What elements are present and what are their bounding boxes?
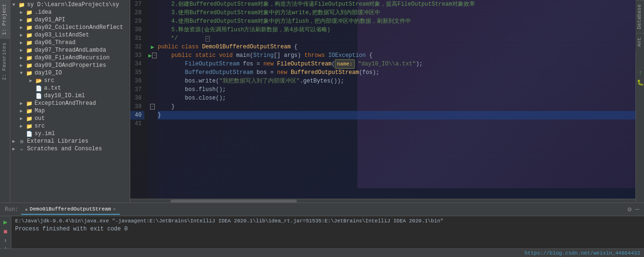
line-num-39: 39 — [130, 102, 144, 111]
run-exit-text: Process finished with exit code 0 — [15, 226, 640, 232]
tree-item-exception[interactable]: ▶ 📁 ExceptionAndThread — [10, 100, 130, 107]
code-line-39[interactable]: } — [158, 102, 635, 111]
tree-arrow-map: ▶ — [20, 108, 26, 114]
folder-icon-out: 📁 — [26, 116, 33, 121]
gutter-33[interactable]: ▶ − — [147, 51, 158, 60]
right-bug-icon[interactable]: 🐛 — [637, 79, 644, 86]
code-line-29[interactable]: 4.使用BufferedOutputStream对象中的方法flush，把内部缓… — [158, 17, 635, 26]
tree-arrow-day01: ▶ — [20, 17, 26, 23]
tree-item-day08[interactable]: ▶ 📁 day08_FileAndRecursion — [10, 54, 130, 62]
code-line-28[interactable]: 3.使用BufferedOutputStream对象中的方法write,把数据写… — [158, 9, 635, 17]
sidebar-tab-favorites[interactable]: 2: Favorites — [0, 39, 10, 84]
right-panel-filler: ↑ 🐛 — [635, 51, 644, 202]
sidebar-tab-project[interactable]: 1: Project — [0, 0, 10, 39]
folder-icon-day10: 📁 — [26, 70, 33, 76]
code-line-41[interactable] — [158, 119, 635, 128]
settings-icon[interactable]: ⚙ — [626, 204, 632, 214]
tree-label-day02: day02_CollectionAndReflect — [35, 24, 123, 31]
code-line-30[interactable]: 5.释放资源(会先调用flush方法刷新数据，第4步就可以省略) — [158, 26, 635, 34]
right-tab-ant[interactable]: Ant — [635, 33, 644, 51]
param-hint-34: name: — [335, 59, 354, 69]
kw-static-33: static — [195, 51, 219, 60]
run-play-btn[interactable]: ▶ — [1, 218, 10, 226]
tree-arrow-day08: ▶ — [20, 55, 26, 61]
tree-item-map[interactable]: ▶ 📁 Map — [10, 107, 130, 115]
code-line-33[interactable]: public static void main(String[] args) t… — [158, 51, 635, 60]
run-label[interactable]: Run: — [2, 206, 21, 213]
code-line-34[interactable]: FileOutputStream fos = new FileOutputStr… — [158, 60, 635, 68]
code-editor[interactable]: 27 28 29 30 31 32 33 34 35 36 37 38 39 4… — [130, 0, 635, 202]
code-line-27[interactable]: 2.创建BufferedOutputStream对象，构造方法中传递FileOu… — [158, 0, 635, 9]
paren-open-34: ( — [331, 60, 335, 68]
tree-item-ext-libs[interactable]: ▶ ⊞ External Libraries — [10, 138, 130, 145]
tree-item-day02[interactable]: ▶ 📁 day02_CollectionAndReflect — [10, 24, 130, 31]
tree-arrow-day10-src: ▶ — [29, 78, 35, 83]
run-stop-btn[interactable]: ■ — [1, 228, 10, 236]
tree-item-day10[interactable]: ▼ 📁 day10_IO — [10, 69, 130, 77]
brackets-33: [] — [274, 51, 284, 60]
bottom-tabs: Run: ☕ Demo01BufferedOutputStream ✕ ⚙ — — [0, 203, 644, 216]
tree-item-day07[interactable]: ▶ 📁 day07_ThreadAndLambda — [10, 46, 130, 54]
indent-35 — [158, 68, 185, 77]
line-num-31: 31 — [130, 34, 144, 43]
run-icon-32[interactable]: ▶ — [151, 44, 154, 51]
gutter-38 — [147, 94, 158, 102]
tree-item-day10-src[interactable]: ▶ 📂 src — [10, 77, 130, 84]
tree-item-out[interactable]: ▶ 📁 out — [10, 115, 130, 122]
tree-item-src[interactable]: ▶ 📁 src — [10, 122, 130, 130]
line-num-30: 30 — [130, 26, 144, 34]
tree-item-root[interactable]: ▼ 📁 sy D:\Learn\IdeaProjects\sy — [10, 1, 130, 9]
code-line-37[interactable]: bos.flush(); — [158, 85, 635, 94]
fold-icon-33[interactable]: − — [152, 53, 156, 58]
horizontal-scrollbar[interactable] — [130, 199, 635, 202]
tree-item-atxt[interactable]: 📄 a.txt — [10, 84, 130, 92]
kw-public-33: public — [171, 51, 195, 60]
close-panel-icon[interactable]: — — [635, 204, 640, 214]
tree-item-scratches[interactable]: ▶ ✏ Scratches and Consoles — [10, 145, 130, 153]
folder-icon-day02: 📁 — [26, 25, 33, 30]
fold-icon-39[interactable]: − — [150, 104, 154, 110]
run-icon-33[interactable]: ▶ — [148, 52, 152, 59]
empty-41 — [158, 119, 161, 128]
gutter-40 — [147, 111, 158, 119]
right-sync-icon[interactable]: ↑ — [638, 70, 642, 76]
tree-item-day03[interactable]: ▶ 📁 day03_ListAndSet — [10, 31, 130, 39]
gutter-32[interactable]: ▶ — [147, 43, 158, 51]
txt-icon-atxt: 📄 — [35, 85, 43, 91]
scratches-icon: ✏ — [18, 146, 26, 152]
code-line-36[interactable]: bos.write("我把数据写入到了内部缓冲区".getBytes()); — [158, 77, 635, 85]
code-line-32[interactable]: public class Demo01BufferedOutputStream … — [158, 43, 635, 51]
code-line-31[interactable]: − */ — [158, 34, 635, 43]
folder-icon-map: 📁 — [26, 108, 33, 114]
paren-33: ( — [250, 51, 253, 60]
status-bar: https://blog.csdn.net/weixin_44664432 — [0, 248, 644, 257]
gutter: ▶ ▶ − − — [147, 0, 158, 202]
run-scroll-top-btn[interactable]: ⬆ — [1, 238, 10, 244]
tab-close-demo[interactable]: ✕ — [113, 206, 116, 212]
fold-box-31[interactable]: − — [206, 36, 210, 42]
gutter-39[interactable]: − — [147, 102, 158, 111]
code-line-35[interactable]: BufferedOutputStream bos = new BufferedO… — [158, 68, 635, 77]
src-icon-day10: 📂 — [35, 78, 43, 83]
tree-item-day09[interactable]: ▶ 📁 day09_IOAndProperties — [10, 62, 130, 69]
tree-item-sy-iml[interactable]: 📄 sy.iml — [10, 130, 130, 138]
kw-void-33: void — [219, 51, 236, 60]
tree-arrow-scratches: ▶ — [12, 146, 18, 152]
sidebar: 1: Project 2: Favorites ▼ 📁 sy D:\Learn\… — [0, 0, 130, 202]
bottom-tab-demo[interactable]: ☕ Demo01BufferedOutputStream ✕ — [21, 204, 120, 215]
tree-item-day10-iml[interactable]: 📄 day10_IO.iml — [10, 92, 130, 100]
tree-item-day01[interactable]: ▶ 📁 day01_API — [10, 16, 130, 24]
tree-item-day06[interactable]: ▶ 📁 day06_Thread — [10, 39, 130, 46]
gutter-27 — [147, 0, 158, 9]
code-line-38[interactable]: bos.close(); — [158, 94, 635, 102]
flush-37: .flush(); — [195, 85, 226, 94]
csdn-link[interactable]: https://blog.csdn.net/weixin_44664432 — [525, 250, 640, 256]
throws-33: ) — [297, 51, 304, 60]
code-line-40[interactable]: } — [158, 111, 635, 119]
tree-item-idea[interactable]: ▶ 📁 .idea — [10, 9, 130, 16]
method-36: .getBytes()); — [300, 77, 344, 85]
scrollbar-thumb[interactable] — [170, 200, 297, 202]
right-tab-database[interactable]: Database — [635, 0, 644, 33]
gutter-37 — [147, 85, 158, 94]
tree-arrow-out: ▶ — [20, 116, 26, 121]
